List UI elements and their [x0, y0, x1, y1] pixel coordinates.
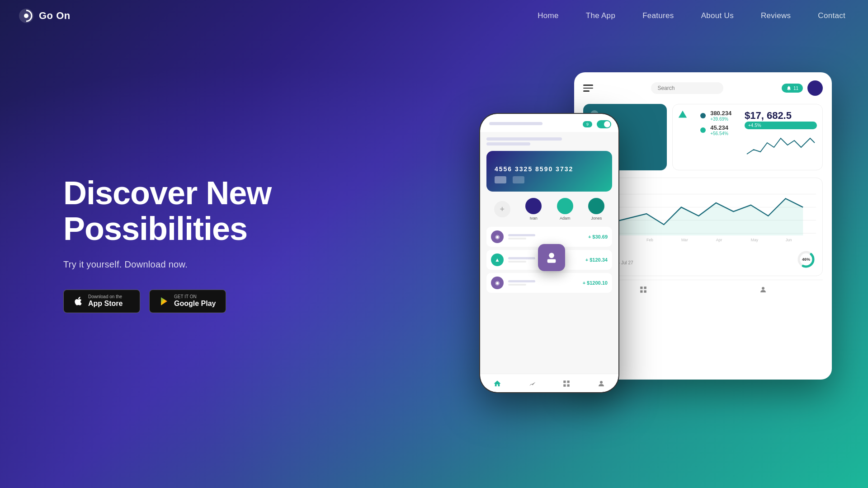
contact-jones[interactable]: Jones — [588, 198, 604, 221]
nav-features[interactable]: Features — [642, 11, 674, 20]
tablet-nav-grid[interactable] — [638, 285, 648, 295]
googleplay-label-top: GET IT ON — [174, 295, 216, 299]
avatar-adam — [557, 198, 573, 214]
svg-text:Feb: Feb — [646, 238, 653, 242]
card-number: 4556 3325 8590 3732 — [495, 165, 604, 173]
logo-icon — [18, 8, 34, 24]
phone-toggle[interactable] — [597, 120, 611, 128]
credit-card: 4556 3325 8590 3732 — [486, 151, 612, 192]
tablet-topbar: 11 — [583, 80, 823, 96]
svg-rect-19 — [640, 286, 642, 289]
sparkline — [745, 129, 817, 161]
appstore-button[interactable]: Download on the App Store — [63, 290, 140, 313]
contact-ivan[interactable]: Ivan — [525, 198, 542, 221]
stat-item-1: 380.234 +39.69% — [700, 110, 731, 122]
phone-nav-home[interactable] — [492, 379, 502, 389]
contacts-row: + Ivan Adam Jones — [486, 198, 612, 221]
tablet-actions: 11 — [782, 80, 823, 96]
avatar-ivan — [525, 198, 542, 214]
card-chip-1 — [495, 176, 506, 183]
tx-amount-3: + $1200.10 — [583, 280, 608, 286]
trend-icon — [678, 110, 687, 119]
phone-bottom-nav — [480, 374, 618, 392]
svg-rect-27 — [567, 385, 570, 387]
nav-home[interactable]: Home — [538, 11, 559, 20]
googleplay-label-bottom: Google Play — [174, 299, 216, 308]
big-badge: +4.5% — [745, 122, 817, 129]
contact-adam[interactable]: Adam — [557, 198, 573, 221]
svg-rect-25 — [567, 380, 570, 383]
svg-text:May: May — [751, 238, 759, 242]
appstore-label-top: Download on the — [88, 295, 123, 299]
stat-dot-1 — [700, 113, 706, 118]
card-chip-2 — [513, 176, 524, 183]
phone-nav-grid[interactable] — [561, 379, 571, 389]
tx-icon-3: ◉ — [491, 277, 504, 289]
phone-nav-user[interactable] — [596, 379, 606, 389]
earnings-section: Earnings Jun 27, 2021 – Jul 27 46% — [590, 249, 816, 269]
contact-add: + — [494, 201, 510, 217]
nav-about-us[interactable]: About Us — [701, 11, 734, 20]
hero-content: Discover New Possibilities Try it yourse… — [63, 175, 271, 313]
area-chart: 29 28 27 26 Jan Feb Mar Apr May Jun — [590, 184, 816, 243]
brand-logo[interactable]: Go On — [18, 8, 71, 24]
svg-text:Jun: Jun — [786, 238, 792, 242]
nav-contact[interactable]: Contact — [818, 11, 845, 20]
apple-icon — [73, 296, 84, 307]
svg-text:Apr: Apr — [716, 238, 722, 242]
avatar-jones — [588, 198, 604, 214]
svg-rect-26 — [564, 385, 566, 387]
svg-rect-21 — [640, 291, 642, 293]
svg-text:Mar: Mar — [681, 238, 688, 242]
phone-badge: 9 — [583, 121, 592, 127]
hero-subtitle: Try it yourself. Download now. — [63, 259, 271, 270]
svg-point-29 — [549, 253, 554, 258]
contact-item-plus[interactable]: + — [494, 201, 510, 217]
phone-loader-1 — [489, 122, 542, 125]
user-avatar[interactable] — [807, 80, 823, 96]
play-icon — [159, 296, 170, 307]
svg-rect-20 — [644, 286, 646, 289]
tx-amount-1: + $30.69 — [588, 234, 608, 239]
download-buttons: Download on the App Store — [63, 290, 271, 313]
googleplay-button[interactable]: GET IT ON Google Play — [149, 290, 226, 313]
hero-title: Discover New Possibilities — [63, 175, 271, 247]
hamburger-icon — [583, 84, 593, 92]
appstore-label-bottom: App Store — [88, 299, 123, 308]
stat-item-2: 45.234 +56.54% — [700, 124, 731, 136]
tx-icon-2: ▲ — [491, 253, 504, 266]
svg-point-23 — [762, 287, 764, 290]
tablet-nav-user[interactable] — [758, 285, 768, 295]
phone-loader-3 — [486, 142, 530, 145]
transaction-item-3: ◉ + $1200.10 — [486, 273, 612, 293]
svg-marker-2 — [161, 297, 167, 305]
nav-the-app[interactable]: The App — [586, 11, 615, 20]
float-card-icon — [545, 251, 558, 264]
tx-icon-1: ◉ — [491, 230, 504, 243]
big-value: $17, 682.5 — [745, 110, 817, 122]
svg-rect-24 — [564, 380, 566, 383]
phone-nav-chart[interactable] — [527, 379, 537, 389]
phone-loader-2 — [486, 137, 562, 141]
bell-icon — [786, 85, 792, 91]
notification-badge[interactable]: 11 — [782, 84, 803, 93]
svg-rect-30 — [547, 259, 556, 263]
stat-dot-2 — [700, 127, 706, 133]
svg-point-1 — [24, 14, 28, 18]
svg-point-28 — [600, 381, 603, 384]
mockup-area: 11 1.9678 +12.5% — [479, 45, 832, 438]
tablet-search[interactable] — [651, 82, 723, 94]
svg-rect-22 — [644, 291, 646, 293]
earnings-donut: 46% — [796, 249, 816, 269]
navbar: Go On Home The App Features About Us Rev… — [0, 0, 868, 32]
nav-links: Home The App Features About Us Reviews C… — [538, 11, 845, 20]
big-value-card: 380.234 +39.69% 45.234 — [678, 110, 817, 161]
brand-name: Go On — [39, 10, 71, 22]
phone-topbar: 9 — [480, 114, 618, 132]
hero-section: Go On Home The App Features About Us Rev… — [0, 0, 868, 488]
nav-reviews[interactable]: Reviews — [761, 11, 791, 20]
float-card — [538, 244, 565, 271]
tx-amount-2: + $120.34 — [585, 257, 608, 263]
